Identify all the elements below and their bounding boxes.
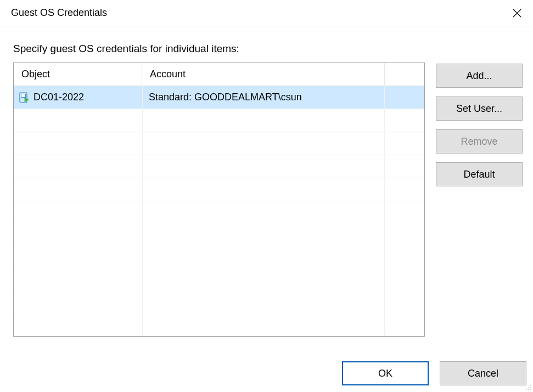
close-icon bbox=[513, 9, 521, 18]
remove-button: Remove bbox=[436, 129, 523, 154]
titlebar: Guest OS Credentials bbox=[0, 0, 533, 26]
vm-icon bbox=[19, 92, 29, 103]
instruction-text: Specify guest OS credentials for individ… bbox=[13, 43, 526, 55]
cell-object-text: DC01-2022 bbox=[33, 92, 84, 103]
table-row[interactable] bbox=[14, 178, 424, 201]
svg-point-4 bbox=[530, 385, 531, 386]
table-row[interactable] bbox=[14, 247, 424, 270]
cell-account: Standard: GOODDEALMART\csun bbox=[142, 92, 385, 103]
svg-point-5 bbox=[528, 387, 529, 388]
set-user-button[interactable]: Set User... bbox=[436, 96, 523, 121]
svg-point-9 bbox=[530, 389, 531, 390]
col-header-account[interactable]: Account bbox=[142, 63, 385, 86]
table-row[interactable]: DC01-2022 Standard: GOODDEALMART\csun bbox=[14, 86, 424, 109]
table-row[interactable] bbox=[14, 201, 424, 224]
window-title: Guest OS Credentials bbox=[11, 7, 107, 19]
resize-grip[interactable] bbox=[524, 383, 532, 391]
credentials-grid[interactable]: Object Account DC01-2022 Standard: GOODD… bbox=[13, 63, 425, 337]
table-row[interactable] bbox=[14, 109, 424, 132]
svg-rect-3 bbox=[21, 94, 26, 97]
table-row[interactable] bbox=[14, 316, 424, 337]
side-buttons: Add... Set User... Remove Default bbox=[436, 63, 523, 186]
add-button[interactable]: Add... bbox=[436, 64, 523, 88]
resize-grip-icon bbox=[524, 383, 532, 391]
table-row[interactable] bbox=[14, 270, 424, 293]
grid-header: Object Account bbox=[14, 63, 424, 86]
svg-point-8 bbox=[528, 389, 529, 390]
cancel-button[interactable]: Cancel bbox=[440, 361, 526, 385]
body-row: Object Account DC01-2022 Standard: GOODD… bbox=[13, 63, 526, 337]
dialog-footer: OK Cancel bbox=[342, 361, 526, 385]
svg-point-6 bbox=[530, 387, 531, 388]
table-row[interactable] bbox=[14, 293, 424, 316]
table-row[interactable] bbox=[14, 155, 424, 178]
col-header-spacer bbox=[385, 63, 424, 86]
default-button[interactable]: Default bbox=[436, 162, 523, 186]
close-button[interactable] bbox=[501, 0, 533, 26]
table-row[interactable] bbox=[14, 224, 424, 247]
svg-point-7 bbox=[526, 389, 527, 390]
dialog-content: Specify guest OS credentials for individ… bbox=[0, 26, 533, 337]
table-row[interactable] bbox=[14, 132, 424, 155]
ok-button[interactable]: OK bbox=[342, 361, 429, 385]
cell-object: DC01-2022 bbox=[14, 92, 142, 103]
col-header-object[interactable]: Object bbox=[14, 63, 142, 86]
grid-rows: DC01-2022 Standard: GOODDEALMART\csun bbox=[14, 86, 424, 337]
